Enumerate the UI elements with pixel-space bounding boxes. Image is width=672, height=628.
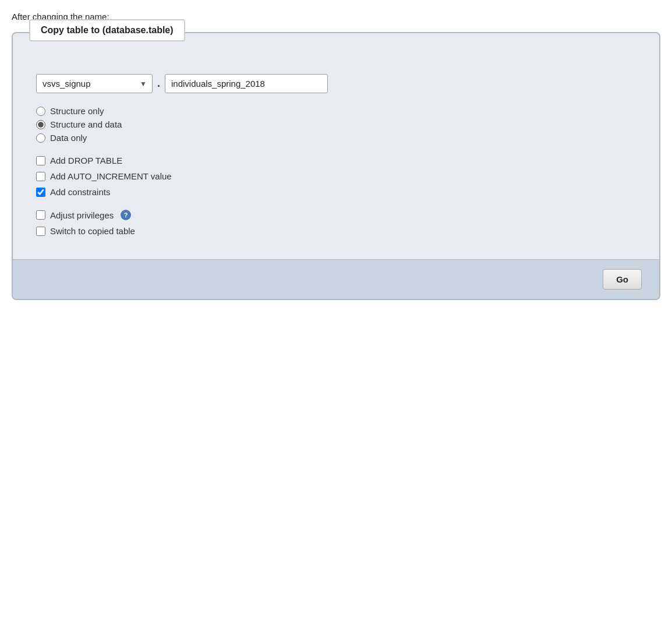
adjust-privileges-help-icon[interactable]: ? xyxy=(121,210,131,220)
radio-label-structure-and-data: Structure and data xyxy=(50,119,122,129)
table-selector-row: vsvs_signup ▼ . xyxy=(36,74,636,93)
radio-label-data-only: Data only xyxy=(50,133,87,143)
checkbox-item-drop-table[interactable]: Add DROP TABLE xyxy=(36,156,636,165)
checkbox-add-auto-increment[interactable] xyxy=(36,172,45,181)
checkbox-adjust-privileges[interactable] xyxy=(36,210,45,220)
dot-separator: . xyxy=(157,77,160,90)
checkbox-switch-to-copied[interactable] xyxy=(36,227,45,236)
checkbox-group-2: Adjust privileges ? Switch to copied tab… xyxy=(36,210,636,236)
database-select-wrapper: vsvs_signup ▼ xyxy=(36,74,153,93)
checkbox-group-1: Add DROP TABLE Add AUTO_INCREMENT value … xyxy=(36,156,636,197)
checkbox-label-drop-table: Add DROP TABLE xyxy=(50,156,122,165)
dialog-body: vsvs_signup ▼ . Structure only Structure… xyxy=(12,32,660,300)
radio-structure-and-data[interactable] xyxy=(36,120,45,129)
checkbox-label-add-constraints: Add constraints xyxy=(50,187,110,197)
copy-table-dialog: Copy table to (database.table) vsvs_sign… xyxy=(12,32,660,300)
radio-label-structure-only: Structure only xyxy=(50,106,104,116)
radio-item-structure-only[interactable]: Structure only xyxy=(36,106,636,116)
checkbox-label-auto-increment: Add AUTO_INCREMENT value xyxy=(50,171,172,181)
radio-structure-only[interactable] xyxy=(36,107,45,116)
dialog-title: Copy table to (database.table) xyxy=(29,19,185,41)
dialog-content: vsvs_signup ▼ . Structure only Structure… xyxy=(13,62,659,259)
checkbox-item-add-constraints[interactable]: Add constraints xyxy=(36,187,636,197)
checkbox-add-constraints[interactable] xyxy=(36,188,45,197)
dialog-footer: Go xyxy=(13,259,659,299)
checkbox-item-switch-to-copied[interactable]: Switch to copied table xyxy=(36,226,636,236)
table-name-input[interactable] xyxy=(165,74,328,93)
copy-options-group: Structure only Structure and data Data o… xyxy=(36,106,636,143)
database-select[interactable]: vsvs_signup xyxy=(36,74,153,93)
checkbox-label-adjust-privileges: Adjust privileges xyxy=(50,210,114,220)
checkbox-item-adjust-privileges[interactable]: Adjust privileges ? xyxy=(36,210,636,220)
checkbox-label-switch-to-copied: Switch to copied table xyxy=(50,226,135,236)
checkbox-item-auto-increment[interactable]: Add AUTO_INCREMENT value xyxy=(36,171,636,181)
go-button[interactable]: Go xyxy=(603,269,642,290)
radio-item-data-only[interactable]: Data only xyxy=(36,133,636,143)
radio-item-structure-and-data[interactable]: Structure and data xyxy=(36,119,636,129)
checkbox-add-drop-table[interactable] xyxy=(36,156,45,165)
radio-data-only[interactable] xyxy=(36,133,45,143)
